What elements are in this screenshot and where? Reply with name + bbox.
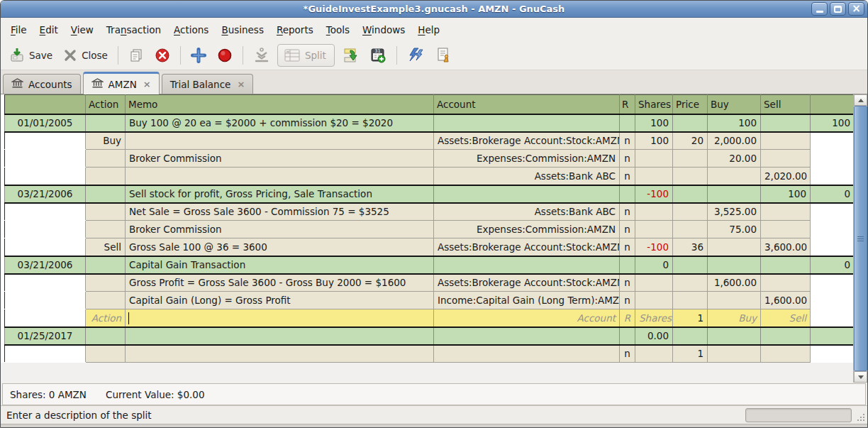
cell-buy[interactable]: 75.00: [708, 221, 761, 238]
cell-account[interactable]: [434, 327, 620, 345]
cell-price[interactable]: [673, 168, 708, 185]
cell-buy[interactable]: [708, 168, 761, 185]
cell-r[interactable]: n: [620, 168, 635, 185]
cell-account[interactable]: Income:Capital Gain (Long Term):AMZN: [434, 292, 620, 309]
cell-memo[interactable]: [126, 132, 434, 150]
cell-shares[interactable]: [635, 168, 673, 185]
menu-actions[interactable]: Actions: [167, 21, 215, 38]
close-button[interactable]: Close: [58, 45, 113, 65]
cell-bal[interactable]: [811, 132, 855, 150]
cell-memo[interactable]: Sell stock for profit, Gross Pricing, Sa…: [126, 185, 434, 203]
cell-price[interactable]: 1: [673, 345, 708, 363]
cell-account[interactable]: Account: [434, 309, 620, 327]
cell-bal[interactable]: [811, 309, 855, 327]
cell-buy[interactable]: [708, 327, 761, 345]
cell-action[interactable]: [86, 256, 126, 274]
tab-trial-balance[interactable]: Trial Balance ×: [162, 74, 254, 94]
cell-price[interactable]: [673, 203, 708, 221]
tab-close-icon[interactable]: ×: [237, 79, 245, 89]
menu-help[interactable]: Help: [411, 21, 446, 38]
cell-date[interactable]: [5, 274, 86, 292]
cell-price[interactable]: [673, 292, 708, 309]
cell-date[interactable]: [5, 150, 86, 168]
minimize-button[interactable]: [811, 2, 828, 16]
menu-view[interactable]: View: [65, 21, 100, 38]
cell-sell[interactable]: [761, 114, 811, 132]
cell-r[interactable]: R: [620, 309, 635, 327]
cell-action[interactable]: [86, 185, 126, 203]
cell-price[interactable]: [673, 327, 708, 345]
cell-buy[interactable]: 3,525.00: [708, 203, 761, 221]
cell-memo[interactable]: [126, 309, 434, 327]
cell-action[interactable]: Sell: [86, 238, 126, 256]
cell-action[interactable]: [86, 168, 126, 185]
cell-action[interactable]: [86, 274, 126, 292]
cell-buy[interactable]: 20.00: [708, 150, 761, 168]
cell-memo[interactable]: Capital Gain Transaction: [126, 256, 434, 274]
cell-buy[interactable]: 1,600.00: [708, 274, 761, 292]
cell-memo[interactable]: Gross Profit = Gross Sale 3600 - Gross B…: [126, 274, 434, 292]
cell-memo[interactable]: Gross Sale 100 @ 36 = 3600: [126, 238, 434, 256]
cell-shares[interactable]: -100: [635, 185, 673, 203]
cell-price[interactable]: [673, 114, 708, 132]
cell-date[interactable]: 01/01/2005: [5, 114, 86, 132]
cell-r[interactable]: n: [620, 345, 635, 363]
cell-bal[interactable]: 0: [811, 185, 855, 203]
vertical-scrollbar[interactable]: [853, 94, 867, 383]
tab-accounts[interactable]: Accounts: [3, 74, 81, 94]
maximize-button[interactable]: [830, 2, 846, 16]
column-header-date[interactable]: [5, 95, 86, 114]
cell-sell[interactable]: 3,600.00: [761, 238, 811, 256]
cell-r[interactable]: n: [620, 150, 635, 168]
cell-price[interactable]: [673, 150, 708, 168]
cell-sell[interactable]: 1,600.00: [761, 292, 811, 309]
menu-reports[interactable]: Reports: [270, 21, 320, 38]
cell-memo[interactable]: Net Sale = Gross Sale 3600 - Commission …: [126, 203, 434, 221]
cell-r[interactable]: [620, 114, 635, 132]
cell-sell[interactable]: [761, 345, 811, 363]
cell-buy[interactable]: [708, 292, 761, 309]
cell-shares[interactable]: [635, 274, 673, 292]
cell-sell[interactable]: 2,020.00: [761, 168, 811, 185]
cell-shares[interactable]: [635, 345, 673, 363]
cell-action[interactable]: [86, 203, 126, 221]
cell-memo[interactable]: Broker Commission: [126, 150, 434, 168]
cell-memo[interactable]: Capital Gain (Long) = Gross Profit: [126, 292, 434, 309]
cell-memo[interactable]: [126, 345, 434, 363]
cell-memo[interactable]: [126, 168, 434, 185]
enter-button[interactable]: [248, 44, 275, 67]
cell-account[interactable]: Expenses:Commission:AMZN: [434, 150, 620, 168]
cell-sell[interactable]: [761, 256, 811, 274]
cell-buy[interactable]: [708, 256, 761, 274]
column-header-memo[interactable]: Memo: [126, 95, 434, 114]
cell-account[interactable]: Assets:Brokerage Account:Stock:AMZN: [434, 238, 620, 256]
cell-bal[interactable]: [811, 327, 855, 345]
menu-transaction[interactable]: Transaction: [100, 21, 167, 38]
cell-date[interactable]: [5, 203, 86, 221]
cell-price[interactable]: 20: [673, 132, 708, 150]
record-button[interactable]: [212, 45, 238, 66]
cell-date[interactable]: [5, 238, 86, 256]
cell-bal[interactable]: [811, 150, 855, 168]
cell-action[interactable]: [86, 327, 126, 345]
cell-shares[interactable]: 100: [635, 114, 673, 132]
cell-buy[interactable]: [708, 345, 761, 363]
cell-account[interactable]: [434, 185, 620, 203]
cell-shares[interactable]: [635, 221, 673, 238]
cell-r[interactable]: [620, 256, 635, 274]
cell-sell[interactable]: [761, 132, 811, 150]
close-window-button[interactable]: ×: [848, 2, 864, 16]
cell-date[interactable]: [5, 221, 86, 238]
cell-price[interactable]: [673, 221, 708, 238]
jump-button[interactable]: [402, 44, 429, 67]
cell-date[interactable]: [5, 132, 86, 150]
cell-action[interactable]: [86, 292, 126, 309]
cell-r[interactable]: n: [620, 238, 635, 256]
cell-account[interactable]: [434, 256, 620, 274]
column-header-r[interactable]: R: [620, 95, 635, 114]
cell-r[interactable]: n: [620, 274, 635, 292]
cell-date[interactable]: [5, 345, 86, 363]
delete-button[interactable]: [150, 45, 175, 66]
cell-bal[interactable]: [811, 203, 855, 221]
cell-sell[interactable]: [761, 274, 811, 292]
